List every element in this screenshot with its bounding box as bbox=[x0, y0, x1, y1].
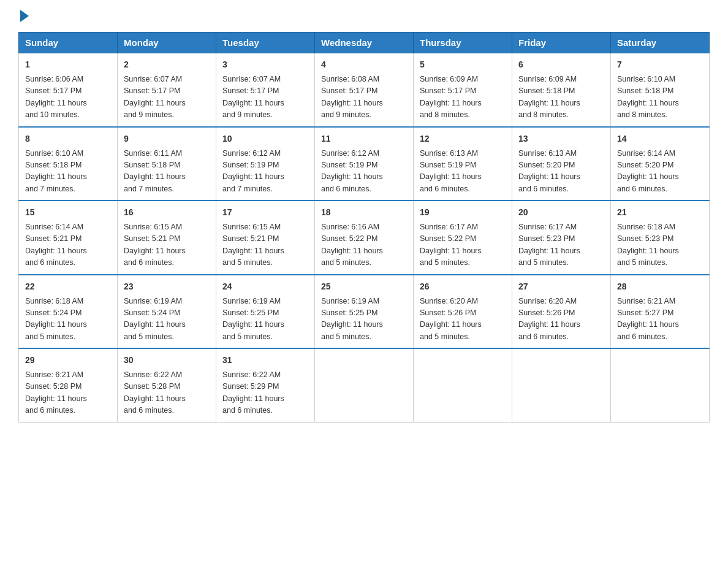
day-number: 26 bbox=[420, 280, 506, 293]
calendar-cell bbox=[611, 348, 710, 422]
day-number: 14 bbox=[617, 132, 703, 145]
calendar-cell: 20Sunrise: 6:17 AMSunset: 5:23 PMDayligh… bbox=[512, 201, 611, 275]
calendar-header-tuesday: Tuesday bbox=[216, 33, 315, 53]
day-number: 24 bbox=[222, 280, 308, 293]
day-number: 2 bbox=[124, 58, 210, 71]
day-info: Sunrise: 6:06 AMSunset: 5:17 PMDaylight:… bbox=[25, 74, 111, 121]
day-info: Sunrise: 6:19 AMSunset: 5:25 PMDaylight:… bbox=[222, 296, 308, 343]
calendar-cell: 30Sunrise: 6:22 AMSunset: 5:28 PMDayligh… bbox=[118, 348, 216, 422]
day-info: Sunrise: 6:12 AMSunset: 5:19 PMDaylight:… bbox=[321, 148, 407, 196]
day-number: 12 bbox=[420, 132, 506, 145]
day-number: 29 bbox=[25, 354, 111, 367]
day-info: Sunrise: 6:09 AMSunset: 5:18 PMDaylight:… bbox=[518, 74, 604, 121]
day-number: 7 bbox=[617, 58, 703, 71]
day-info: Sunrise: 6:19 AMSunset: 5:25 PMDaylight:… bbox=[321, 296, 407, 343]
calendar-cell: 29Sunrise: 6:21 AMSunset: 5:28 PMDayligh… bbox=[19, 348, 118, 422]
day-number: 5 bbox=[420, 58, 506, 71]
calendar-cell: 1Sunrise: 6:06 AMSunset: 5:17 PMDaylight… bbox=[19, 53, 118, 127]
day-info: Sunrise: 6:15 AMSunset: 5:21 PMDaylight:… bbox=[124, 221, 210, 269]
day-number: 13 bbox=[518, 132, 604, 145]
day-number: 9 bbox=[124, 132, 210, 145]
calendar-cell: 17Sunrise: 6:15 AMSunset: 5:21 PMDayligh… bbox=[216, 201, 315, 275]
calendar-week-row: 1Sunrise: 6:06 AMSunset: 5:17 PMDaylight… bbox=[19, 53, 710, 127]
calendar-cell: 18Sunrise: 6:16 AMSunset: 5:22 PMDayligh… bbox=[315, 201, 414, 275]
day-number: 4 bbox=[321, 58, 407, 71]
day-info: Sunrise: 6:13 AMSunset: 5:20 PMDaylight:… bbox=[518, 148, 604, 196]
day-number: 8 bbox=[25, 132, 111, 145]
day-number: 19 bbox=[420, 206, 506, 219]
day-info: Sunrise: 6:17 AMSunset: 5:23 PMDaylight:… bbox=[518, 221, 604, 269]
day-info: Sunrise: 6:10 AMSunset: 5:18 PMDaylight:… bbox=[617, 74, 703, 121]
calendar-cell: 19Sunrise: 6:17 AMSunset: 5:22 PMDayligh… bbox=[414, 201, 512, 275]
calendar-cell: 25Sunrise: 6:19 AMSunset: 5:25 PMDayligh… bbox=[315, 275, 414, 349]
day-info: Sunrise: 6:13 AMSunset: 5:19 PMDaylight:… bbox=[420, 148, 506, 196]
calendar-header-row: SundayMondayTuesdayWednesdayThursdayFrid… bbox=[19, 33, 710, 53]
day-number: 27 bbox=[518, 280, 604, 293]
day-info: Sunrise: 6:17 AMSunset: 5:22 PMDaylight:… bbox=[420, 221, 506, 269]
calendar-header-sunday: Sunday bbox=[19, 33, 118, 53]
day-number: 6 bbox=[518, 58, 604, 71]
calendar-cell: 4Sunrise: 6:08 AMSunset: 5:17 PMDaylight… bbox=[315, 53, 414, 127]
day-info: Sunrise: 6:10 AMSunset: 5:18 PMDaylight:… bbox=[25, 148, 111, 196]
calendar-cell bbox=[315, 348, 414, 422]
day-number: 28 bbox=[617, 280, 703, 293]
day-info: Sunrise: 6:14 AMSunset: 5:21 PMDaylight:… bbox=[25, 221, 111, 269]
calendar-cell: 11Sunrise: 6:12 AMSunset: 5:19 PMDayligh… bbox=[315, 127, 414, 201]
calendar-cell: 16Sunrise: 6:15 AMSunset: 5:21 PMDayligh… bbox=[118, 201, 216, 275]
calendar-cell: 24Sunrise: 6:19 AMSunset: 5:25 PMDayligh… bbox=[216, 275, 315, 349]
calendar-week-row: 15Sunrise: 6:14 AMSunset: 5:21 PMDayligh… bbox=[19, 201, 710, 275]
day-number: 15 bbox=[25, 206, 111, 219]
day-number: 1 bbox=[25, 58, 111, 71]
day-info: Sunrise: 6:20 AMSunset: 5:26 PMDaylight:… bbox=[518, 296, 604, 343]
calendar-week-row: 22Sunrise: 6:18 AMSunset: 5:24 PMDayligh… bbox=[19, 275, 710, 349]
day-number: 17 bbox=[222, 206, 308, 219]
day-number: 10 bbox=[222, 132, 308, 145]
day-number: 23 bbox=[124, 280, 210, 293]
calendar-cell: 10Sunrise: 6:12 AMSunset: 5:19 PMDayligh… bbox=[216, 127, 315, 201]
calendar-cell: 2Sunrise: 6:07 AMSunset: 5:17 PMDaylight… bbox=[118, 53, 216, 127]
calendar-cell: 15Sunrise: 6:14 AMSunset: 5:21 PMDayligh… bbox=[19, 201, 118, 275]
day-info: Sunrise: 6:07 AMSunset: 5:17 PMDaylight:… bbox=[124, 74, 210, 121]
calendar-cell: 23Sunrise: 6:19 AMSunset: 5:24 PMDayligh… bbox=[118, 275, 216, 349]
calendar-cell: 31Sunrise: 6:22 AMSunset: 5:29 PMDayligh… bbox=[216, 348, 315, 422]
calendar-header-friday: Friday bbox=[512, 33, 611, 53]
calendar-cell: 21Sunrise: 6:18 AMSunset: 5:23 PMDayligh… bbox=[611, 201, 710, 275]
day-info: Sunrise: 6:09 AMSunset: 5:17 PMDaylight:… bbox=[420, 74, 506, 121]
calendar-cell: 14Sunrise: 6:14 AMSunset: 5:20 PMDayligh… bbox=[611, 127, 710, 201]
calendar-cell: 27Sunrise: 6:20 AMSunset: 5:26 PMDayligh… bbox=[512, 275, 611, 349]
calendar-week-row: 8Sunrise: 6:10 AMSunset: 5:18 PMDaylight… bbox=[19, 127, 710, 201]
day-number: 11 bbox=[321, 132, 407, 145]
day-number: 31 bbox=[222, 354, 308, 367]
page-header bbox=[18, 12, 710, 20]
day-number: 18 bbox=[321, 206, 407, 219]
calendar-cell: 9Sunrise: 6:11 AMSunset: 5:18 PMDaylight… bbox=[118, 127, 216, 201]
calendar-header-wednesday: Wednesday bbox=[315, 33, 414, 53]
day-info: Sunrise: 6:07 AMSunset: 5:17 PMDaylight:… bbox=[222, 74, 308, 121]
day-info: Sunrise: 6:22 AMSunset: 5:29 PMDaylight:… bbox=[222, 369, 308, 417]
logo bbox=[18, 12, 29, 20]
day-info: Sunrise: 6:14 AMSunset: 5:20 PMDaylight:… bbox=[617, 148, 703, 196]
day-number: 22 bbox=[25, 280, 111, 293]
day-info: Sunrise: 6:20 AMSunset: 5:26 PMDaylight:… bbox=[420, 296, 506, 343]
day-number: 3 bbox=[222, 58, 308, 71]
calendar-header-thursday: Thursday bbox=[414, 33, 512, 53]
day-info: Sunrise: 6:21 AMSunset: 5:27 PMDaylight:… bbox=[617, 296, 703, 343]
calendar-header-monday: Monday bbox=[118, 33, 216, 53]
calendar-cell: 22Sunrise: 6:18 AMSunset: 5:24 PMDayligh… bbox=[19, 275, 118, 349]
calendar-cell bbox=[414, 348, 512, 422]
day-number: 21 bbox=[617, 206, 703, 219]
day-info: Sunrise: 6:11 AMSunset: 5:18 PMDaylight:… bbox=[124, 148, 210, 196]
logo-arrow-icon bbox=[20, 10, 29, 22]
calendar-cell: 8Sunrise: 6:10 AMSunset: 5:18 PMDaylight… bbox=[19, 127, 118, 201]
day-info: Sunrise: 6:19 AMSunset: 5:24 PMDaylight:… bbox=[124, 296, 210, 343]
day-number: 20 bbox=[518, 206, 604, 219]
day-info: Sunrise: 6:18 AMSunset: 5:23 PMDaylight:… bbox=[617, 221, 703, 269]
calendar-table: SundayMondayTuesdayWednesdayThursdayFrid… bbox=[18, 32, 710, 423]
calendar-cell: 5Sunrise: 6:09 AMSunset: 5:17 PMDaylight… bbox=[414, 53, 512, 127]
calendar-cell: 26Sunrise: 6:20 AMSunset: 5:26 PMDayligh… bbox=[414, 275, 512, 349]
day-info: Sunrise: 6:08 AMSunset: 5:17 PMDaylight:… bbox=[321, 74, 407, 121]
calendar-cell: 6Sunrise: 6:09 AMSunset: 5:18 PMDaylight… bbox=[512, 53, 611, 127]
calendar-cell: 3Sunrise: 6:07 AMSunset: 5:17 PMDaylight… bbox=[216, 53, 315, 127]
day-number: 16 bbox=[124, 206, 210, 219]
calendar-header-saturday: Saturday bbox=[611, 33, 710, 53]
